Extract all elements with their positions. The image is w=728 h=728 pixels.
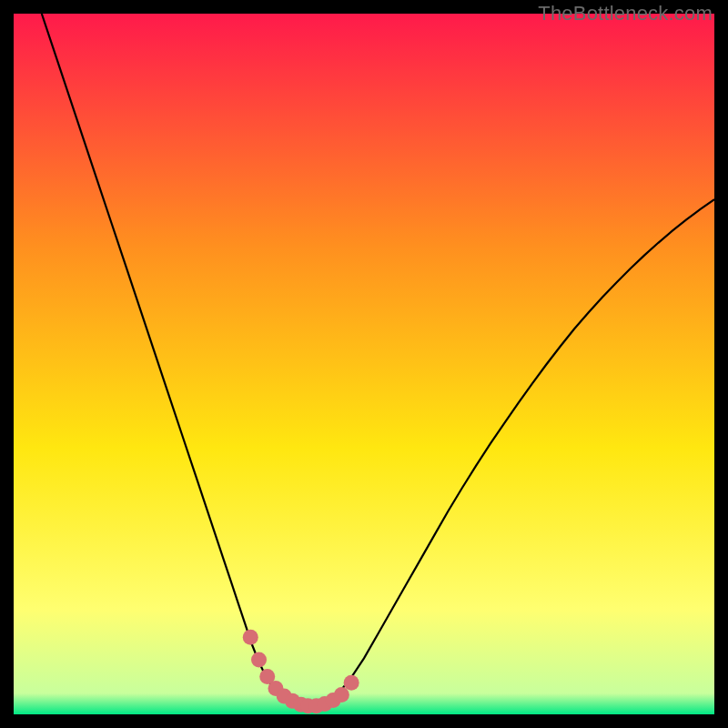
plot-area (14, 14, 714, 714)
plot-svg (14, 14, 714, 714)
highlight-dot (344, 675, 359, 691)
gradient-background (14, 14, 714, 714)
highlight-dot (334, 687, 349, 703)
highlight-dot (251, 652, 267, 667)
watermark-text: TheBottleneck.com (538, 2, 713, 25)
chart-frame: { "watermark": "TheBottleneck.com", "col… (0, 0, 728, 728)
highlight-dot (243, 630, 258, 645)
